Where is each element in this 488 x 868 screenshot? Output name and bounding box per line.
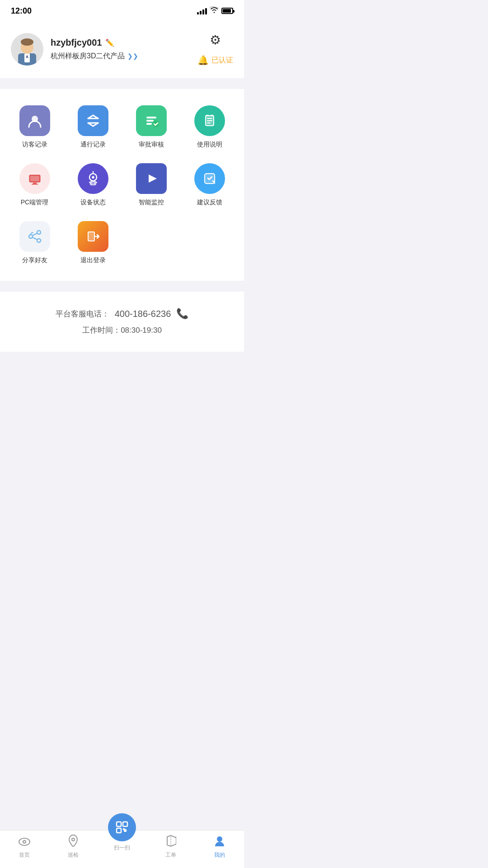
section-separator-1 (0, 84, 244, 89)
certified-text: 已认证 (211, 56, 233, 65)
contact-section: 平台客服电话： 400-186-6236 📞 工作时间：08:30-19:30 (0, 292, 244, 352)
menu-item-manual[interactable]: 使用说明 (180, 98, 239, 156)
dropdown-icon[interactable]: ❯❯ (127, 52, 138, 60)
profile-info: hzybfjcy001 ✏️ 杭州样板房3D二代产品 ❯❯ (51, 38, 138, 61)
contact-hours-row: 工作时间：08:30-19:30 (11, 325, 233, 335)
contact-phone-label: 平台客服电话： (56, 309, 109, 319)
certified-row: 🔔 已认证 (197, 55, 233, 66)
status-time: 12:00 (11, 6, 32, 16)
device-status-icon (78, 163, 108, 194)
svg-rect-17 (33, 183, 37, 184)
manual-icon (194, 105, 225, 136)
svg-point-5 (21, 38, 33, 46)
device-status-label: 设备状态 (80, 198, 106, 207)
signal-icon (197, 7, 207, 14)
menu-grid: 访客记录 通行记录 (0, 98, 244, 272)
profile-left: hzybfjcy001 ✏️ 杭州样板房3D二代产品 ❯❯ (11, 33, 138, 66)
svg-line-28 (89, 182, 90, 183)
contact-phone-number: 400-186-6236 (115, 309, 171, 319)
menu-item-visitor-record[interactable]: 访客记录 (5, 98, 64, 156)
edit-icon[interactable]: ✏️ (105, 38, 114, 47)
menu-item-device-status[interactable]: 设备状态 (64, 156, 122, 214)
svg-rect-8 (146, 120, 154, 122)
logout-icon (78, 221, 108, 252)
share-icon (19, 221, 50, 252)
status-bar: 12:00 (0, 0, 244, 20)
section-separator-2 (0, 286, 244, 292)
avatar (11, 33, 43, 66)
approval-icon (136, 105, 167, 136)
svg-rect-36 (88, 232, 94, 241)
contact-hours-text: 工作时间：08:30-19:30 (82, 326, 162, 335)
svg-marker-30 (149, 175, 157, 183)
share-label: 分享好友 (22, 256, 47, 264)
status-icons (197, 6, 233, 15)
manual-label: 使用说明 (197, 141, 222, 149)
menu-section: 访客记录 通行记录 (0, 89, 244, 281)
profile-right: ⚙ 🔔 已认证 (197, 33, 233, 66)
visitor-record-label: 访客记录 (22, 141, 47, 149)
menu-item-feedback[interactable]: 建议反馈 (180, 156, 239, 214)
svg-point-35 (37, 239, 41, 242)
wifi-icon (210, 6, 219, 15)
company-name: 杭州样板房3D二代产品 (51, 52, 125, 61)
svg-rect-25 (90, 181, 96, 185)
svg-rect-9 (146, 123, 152, 125)
menu-item-pass-record[interactable]: 通行记录 (64, 98, 122, 156)
company-row: 杭州样板房3D二代产品 ❯❯ (51, 52, 138, 61)
feedback-label: 建议反馈 (197, 198, 222, 207)
svg-point-24 (92, 171, 94, 173)
svg-rect-16 (30, 176, 39, 181)
menu-item-smart-monitor[interactable]: 智能监控 (122, 156, 180, 214)
menu-item-pc-manage[interactable]: PC端管理 (5, 156, 64, 214)
menu-item-share[interactable]: 分享好友 (5, 214, 64, 272)
pc-manage-label: PC端管理 (21, 198, 48, 207)
contact-hours-value: 08:30-19:30 (121, 326, 162, 335)
svg-rect-18 (32, 184, 38, 185)
approval-label: 审批审核 (139, 141, 164, 149)
battery-icon (221, 8, 233, 14)
username-text: hzybfjcy001 (51, 38, 102, 48)
visitor-record-icon (19, 105, 50, 136)
username-row: hzybfjcy001 ✏️ (51, 38, 138, 48)
svg-point-33 (29, 235, 33, 238)
profile-section: hzybfjcy001 ✏️ 杭州样板房3D二代产品 ❯❯ ⚙ 🔔 已认证 (0, 20, 244, 78)
contact-phone-row: 平台客服电话： 400-186-6236 📞 (11, 308, 233, 320)
menu-item-approval[interactable]: 审批审核 (122, 98, 180, 156)
phone-icon[interactable]: 📞 (176, 308, 188, 320)
feedback-icon (194, 163, 225, 194)
certified-bell-icon: 🔔 (197, 55, 209, 66)
pass-record-icon (78, 105, 108, 136)
pass-record-label: 通行记录 (80, 141, 106, 149)
svg-line-29 (96, 182, 97, 183)
pc-manage-icon (19, 163, 50, 194)
svg-point-22 (94, 176, 95, 177)
smart-monitor-label: 智能监控 (139, 198, 164, 207)
svg-point-21 (91, 176, 92, 177)
svg-rect-7 (146, 117, 156, 118)
smart-monitor-icon (136, 163, 167, 194)
menu-item-logout[interactable]: 退出登录 (64, 214, 122, 272)
logout-label: 退出登录 (80, 256, 106, 264)
svg-point-34 (37, 231, 41, 234)
settings-icon[interactable]: ⚙ (210, 33, 221, 47)
